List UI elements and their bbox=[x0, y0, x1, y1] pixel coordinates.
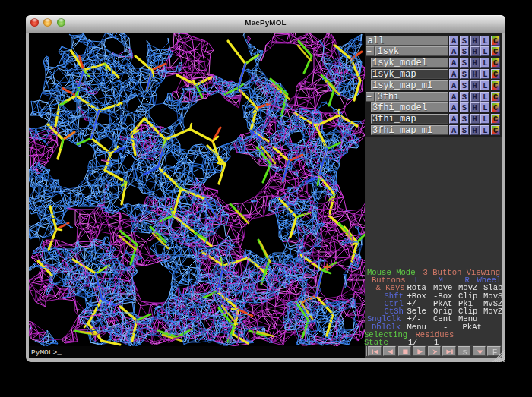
svg-text:S: S bbox=[462, 348, 467, 356]
